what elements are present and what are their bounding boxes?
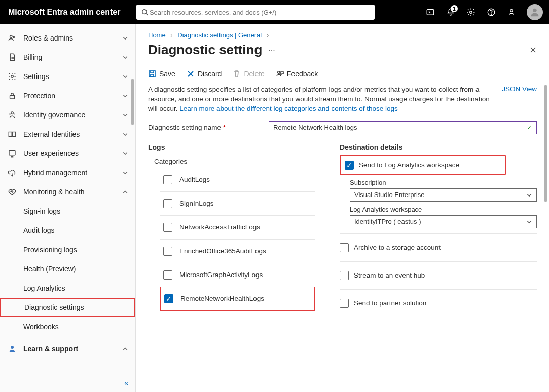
log-category-networkaccesstrafficlogs[interactable]: NetworkAccessTrafficLogs: [160, 215, 315, 239]
user-experiences-icon: [7, 148, 17, 159]
categories-heading: Categories: [148, 155, 315, 168]
log-category-enrichedoffice365auditlogs[interactable]: EnrichedOffice365AuditLogs: [160, 239, 315, 263]
destination-archive-storage[interactable]: Archive to a storage account: [340, 233, 537, 256]
sidebar-item-external-identities[interactable]: External Identities: [0, 125, 135, 144]
checkbox-checked-icon[interactable]: ✓: [164, 294, 173, 303]
breadcrumb-home[interactable]: Home: [148, 31, 166, 39]
destination-send-to-log-analytics[interactable]: ✓ Send to Log Analytics workspace: [340, 155, 506, 175]
checkbox-icon[interactable]: [163, 223, 172, 232]
avatar[interactable]: [527, 4, 543, 20]
checkbox-checked-icon[interactable]: ✓: [345, 161, 354, 170]
delete-label: Delete: [244, 70, 264, 78]
diagnostic-name-input[interactable]: Remote Network Health logs ✓: [269, 121, 537, 134]
sidebar-sub-label: Audit logs: [23, 226, 54, 234]
destination-label: Send to Log Analytics workspace: [359, 161, 459, 169]
sidebar-item-protection[interactable]: Protection: [0, 86, 135, 105]
svg-point-8: [10, 35, 13, 38]
checkbox-icon[interactable]: [163, 247, 172, 256]
checkbox-icon[interactable]: [163, 199, 172, 208]
svg-rect-14: [13, 132, 16, 137]
main-panel: Home › Diagnostic settings | General › D…: [136, 24, 549, 392]
learn-more-link[interactable]: Learn more about the different log categ…: [179, 105, 398, 112]
sidebar-item-label: Hybrid management: [23, 169, 122, 177]
title-bar: Diagnostic setting ··· ✕: [136, 39, 549, 63]
sidebar-collapse-icon[interactable]: «: [124, 379, 128, 387]
sidebar-sub-log-analytics[interactable]: Log Analytics: [0, 279, 135, 298]
breadcrumb-diagnostics[interactable]: Diagnostic settings | General: [177, 31, 262, 39]
sidebar-item-label: Identity governance: [23, 111, 122, 119]
log-category-remotenetworkhealthlogs[interactable]: ✓ RemoteNetworkHealthLogs: [160, 287, 315, 311]
discard-label: Discard: [198, 70, 222, 78]
sidebar-item-learn-support[interactable]: Learn & support: [0, 339, 135, 359]
workspace-label: Log Analytics workspace: [350, 206, 537, 213]
diagnostic-name-label: Diagnostic setting name *: [148, 124, 269, 131]
description-row: A diagnostic setting specifies a list of…: [148, 85, 537, 114]
destination-stream-event-hub[interactable]: Stream to an event hub: [340, 261, 537, 284]
destination-column: Destination details ✓ Send to Log Analyt…: [340, 143, 537, 312]
external-identities-icon: [7, 129, 17, 139]
sidebar-sub-signin-logs[interactable]: Sign-in logs: [0, 202, 135, 221]
close-icon[interactable]: ✕: [529, 45, 537, 56]
destination-partner-solution[interactable]: Send to partner solution: [340, 289, 537, 312]
log-category-microsoftgraphactivitylogs[interactable]: MicrosoftGraphActivityLogs: [160, 263, 315, 287]
sidebar-sub-label: Log Analytics: [23, 284, 65, 292]
cloud-sync-icon: [7, 168, 17, 178]
destination-heading: Destination details: [340, 143, 537, 151]
sidebar-sub-workbooks[interactable]: Workbooks: [0, 317, 135, 336]
sidebar-sub-health-preview[interactable]: Health (Preview): [0, 259, 135, 279]
global-search[interactable]: [136, 5, 375, 20]
log-category-label: EnrichedOffice365AuditLogs: [179, 247, 266, 255]
save-button[interactable]: Save: [148, 70, 175, 78]
main-scrollbar[interactable]: [544, 85, 547, 202]
sidebar-sub-provisioning-logs[interactable]: Provisioning logs: [0, 240, 135, 259]
json-view-link[interactable]: JSON View: [502, 85, 537, 93]
sidebar-scrollbar[interactable]: [131, 79, 134, 125]
log-category-auditlogs[interactable]: AuditLogs: [160, 168, 315, 191]
workspace-select[interactable]: IdentityITPro ( eastus ): [350, 215, 537, 228]
chevron-down-icon: [122, 35, 128, 41]
svg-point-12: [11, 112, 14, 114]
search-input[interactable]: [149, 8, 370, 17]
destination-label: Archive to a storage account: [354, 244, 441, 251]
sidebar-sub-diagnostic-settings[interactable]: Diagnostic settings: [0, 298, 135, 317]
subscription-label: Subscription: [350, 179, 537, 186]
feedback-person-icon[interactable]: [501, 0, 522, 24]
description-text: A diagnostic setting specifies a list of…: [148, 85, 490, 114]
svg-point-3: [470, 11, 472, 14]
svg-point-9: [13, 36, 15, 38]
sidebar-item-billing[interactable]: Billing: [0, 48, 135, 67]
checkbox-icon[interactable]: [340, 271, 349, 280]
command-bar: Save Discard Delete Feedback: [136, 63, 549, 83]
checkbox-icon[interactable]: [340, 299, 349, 308]
subscription-select[interactable]: Visual Studio Enterprise: [350, 188, 537, 202]
sidebar-item-settings[interactable]: Settings: [0, 67, 135, 86]
sidebar-item-identity-governance[interactable]: Identity governance: [0, 105, 135, 125]
top-icons: 1: [420, 0, 543, 24]
svg-rect-13: [9, 132, 12, 137]
settings-gear-icon[interactable]: [461, 0, 481, 24]
help-icon[interactable]: [481, 0, 501, 24]
checkbox-icon[interactable]: [163, 270, 172, 280]
sidebar-item-hybrid-management[interactable]: Hybrid management: [0, 163, 135, 182]
checkbox-icon[interactable]: [163, 175, 172, 184]
checkbox-icon[interactable]: [340, 243, 349, 252]
log-category-signinlogs[interactable]: SignInLogs: [160, 191, 315, 215]
cloud-shell-icon[interactable]: [420, 0, 441, 24]
discard-button[interactable]: Discard: [187, 70, 222, 78]
logs-column: Logs Categories AuditLogs SignInLogs Net…: [148, 143, 315, 312]
log-category-label: RemoteNetworkHealthLogs: [180, 295, 264, 302]
sidebar-item-user-experiences[interactable]: User experiences: [0, 144, 135, 163]
delete-button: Delete: [233, 70, 264, 78]
chevron-down-icon: [122, 131, 128, 137]
sidebar-sub-audit-logs[interactable]: Audit logs: [0, 221, 135, 240]
content-area: A diagnostic setting specifies a list of…: [136, 83, 549, 312]
heartbeat-icon: [7, 187, 17, 197]
notifications-icon[interactable]: 1: [441, 0, 461, 24]
sidebar-item-roles-admins[interactable]: Roles & admins: [0, 28, 135, 48]
sidebar-item-monitoring-health[interactable]: Monitoring & health: [0, 182, 135, 202]
more-dots-icon[interactable]: ···: [268, 46, 275, 55]
log-category-label: MicrosoftGraphActivityLogs: [179, 271, 263, 279]
valid-check-icon: ✓: [527, 124, 532, 131]
feedback-button[interactable]: Feedback: [276, 70, 318, 78]
destination-label: Stream to an event hub: [354, 271, 425, 279]
